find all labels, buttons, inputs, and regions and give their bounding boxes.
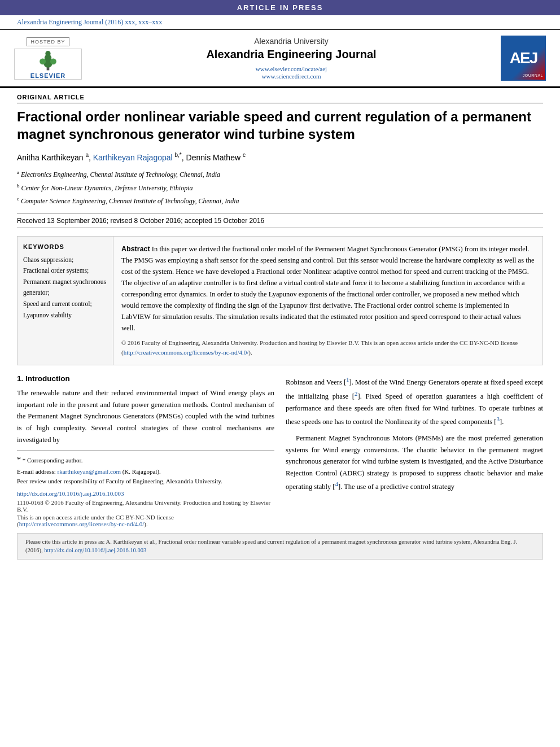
aej-logo-text: AEJ: [510, 49, 537, 67]
elsevier-logo: ELSEVIER: [14, 49, 82, 80]
svg-point-3: [45, 51, 50, 56]
keyword-1: Chaos suppression;: [23, 255, 107, 266]
keyword-3: Permanent magnet synchronous generator;: [23, 277, 107, 299]
article-title: Fractional order nonlinear variable spee…: [17, 108, 543, 143]
article-in-press-banner: ARTICLE IN PRESS: [0, 0, 560, 15]
abstract-text: In this paper we derived the fractional …: [121, 245, 534, 332]
journal-info-center: Alexandria University Alexandria Enginee…: [90, 37, 492, 80]
journal-urls: www.elsevier.com/locate/aej www.scienced…: [90, 65, 492, 80]
affiliation-1: a Electronics Engineering, Chennai Insti…: [17, 168, 543, 181]
main-content: ORIGINAL ARTICLE Fractional order nonlin…: [0, 88, 560, 565]
open-access-link[interactable]: http://creativecommons.org/licenses/by-n…: [19, 521, 145, 527]
author-1: Anitha Karthikeyan: [17, 153, 84, 162]
authors-line: Anitha Karthikeyan a, Karthikeyan Rajago…: [17, 152, 543, 162]
abstract-keywords-section: KEYWORDS Chaos suppression; Fractional o…: [17, 236, 543, 365]
journal-name: Alexandria Engineering Journal: [90, 48, 492, 61]
citation-bar: Please cite this article in press as: A.…: [17, 533, 543, 560]
abstract-content: Abstract In this paper we derived the fr…: [113, 237, 542, 365]
elsevier-logo-section: HOSTED BY ELSEVIER: [11, 37, 85, 80]
abstract-copyright: © 2016 Faculty of Engineering, Alexandri…: [121, 338, 535, 358]
col-left: 1. Introduction The renewable nature and…: [17, 374, 274, 527]
copyright-footer: 1110-0168 © 2016 Faculty of Engineering,…: [17, 499, 274, 513]
abstract-label: Abstract: [121, 245, 150, 253]
received-dates: Received 13 September 2016; revised 8 Oc…: [17, 213, 543, 228]
elsevier-brand-text: ELSEVIER: [30, 72, 65, 79]
svg-point-5: [50, 58, 56, 64]
col-right-para-2: Permanent Magnet Synchronous Motors (PMS…: [286, 433, 543, 493]
journal-header: HOSTED BY ELSEVIER Alexandria University…: [0, 29, 560, 88]
keyword-5: Lyapunov stability: [23, 310, 107, 321]
section-1-heading: 1. Introduction: [17, 374, 274, 383]
footnote-section: * * Corresponding author. E-mail address…: [17, 450, 274, 487]
open-access-line: This is an open access article under the…: [17, 514, 274, 527]
two-column-body: 1. Introduction The renewable nature and…: [17, 374, 543, 527]
aej-logo-section: AEJ JOURNAL: [498, 36, 549, 81]
keywords-sidebar: KEYWORDS Chaos suppression; Fractional o…: [18, 237, 113, 365]
footnote-email-suffix: (K. Rajagopal).: [123, 468, 161, 475]
affiliation-3: c Computer Science Engineering, Chennai …: [17, 194, 543, 208]
aej-journal-subtext: JOURNAL: [523, 73, 543, 77]
col-right: Robinson and Veers [1]. Most of the Wind…: [286, 374, 543, 527]
keywords-title: KEYWORDS: [23, 243, 107, 250]
keyword-2: Fractional order systems;: [23, 265, 107, 277]
author-1-sup: a: [85, 152, 89, 158]
author-2: Karthikeyan Rajagopal: [93, 153, 173, 162]
citation-doi-link[interactable]: http://dx.doi.org/10.1016/j.aej.2016.10.…: [44, 547, 146, 553]
affiliation-2: b Center for Non-Linear Dynamics, Defens…: [17, 181, 543, 195]
journal-link-line: Alexandria Engineering Journal (2016) xx…: [0, 15, 560, 29]
author-3: Dennis Mathew: [186, 153, 241, 162]
author-3-sup: c: [243, 152, 246, 158]
col-right-para-1: Robinson and Veers [1]. Most of the Wind…: [286, 374, 543, 428]
abstract-copyright-link[interactable]: http://creativecommons.org/licenses/by-n…: [124, 349, 249, 356]
author-2-sup: b,*: [175, 152, 182, 158]
aej-logo: AEJ JOURNAL: [501, 36, 546, 81]
journal-url2[interactable]: www.sciencedirect.com: [90, 73, 492, 80]
hosted-by-label: HOSTED BY: [27, 37, 69, 46]
affiliations: a Electronics Engineering, Chennai Insti…: [17, 168, 543, 208]
footnote-email-line: E-mail address: rkarthikeyan@gmail.com (…: [17, 467, 274, 477]
footnote-email-label: E-mail address:: [17, 468, 56, 475]
article-type-label: ORIGINAL ARTICLE: [17, 94, 543, 103]
university-name: Alexandria University: [90, 37, 492, 46]
footnote-email-link[interactable]: rkarthikeyan@gmail.com: [57, 468, 120, 475]
doi-link[interactable]: http://dx.doi.org/10.1016/j.aej.2016.10.…: [17, 490, 274, 497]
footnote-corresponding: * * Corresponding author.: [17, 454, 274, 466]
footnote-peer: Peer review under responsibility of Facu…: [17, 477, 274, 487]
keyword-4: Speed and current control;: [23, 299, 107, 310]
keywords-list: Chaos suppression; Fractional order syst…: [23, 255, 107, 321]
elsevier-tree-icon: [31, 49, 65, 71]
col-left-para-1: The renewable nature and their reduced e…: [17, 387, 274, 445]
journal-url1[interactable]: www.elsevier.com/locate/aej: [90, 65, 492, 72]
svg-point-4: [40, 58, 46, 64]
